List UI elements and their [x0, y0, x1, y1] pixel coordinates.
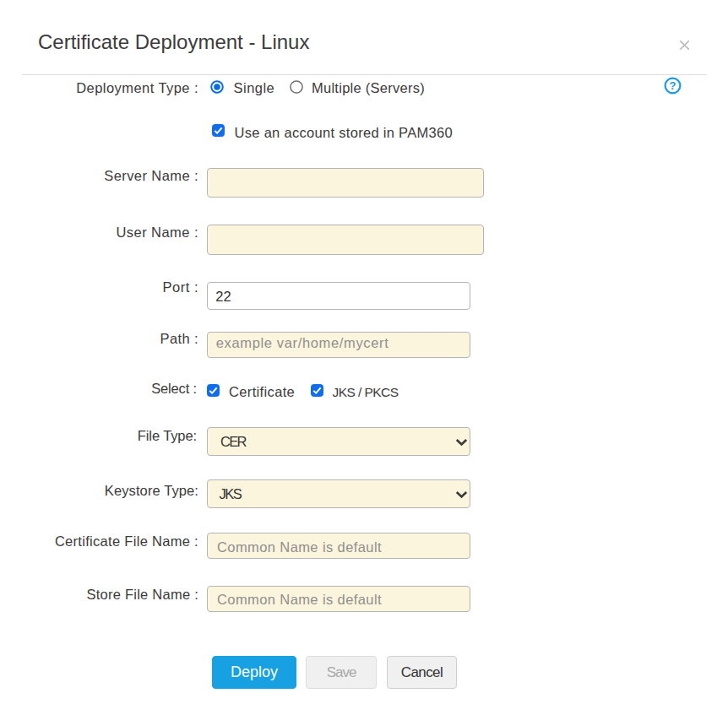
svg-text:?: ?: [670, 79, 676, 92]
